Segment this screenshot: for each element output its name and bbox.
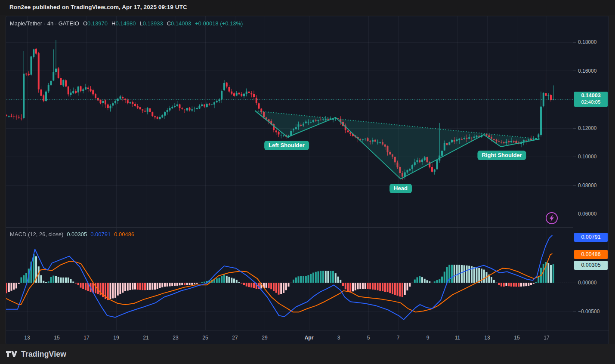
macd-hist-badge: 0.00305: [574, 261, 608, 270]
time-tick-label: 7: [397, 335, 400, 341]
price-tick-mark: [573, 71, 576, 71]
time-tick-label: 19: [113, 335, 119, 341]
price-axis[interactable]: 0.14003 02:40:05 0.00791 0.00486 0.00305…: [573, 16, 609, 330]
price-tick-label: 0.10000: [578, 154, 596, 160]
time-tick-label: 13: [24, 335, 30, 341]
macd-hist-value: 0.00305: [67, 231, 87, 238]
price-tick-mark: [573, 157, 576, 157]
price-tick-label: 0.18000: [578, 39, 596, 45]
macd-tick-mark: [573, 254, 576, 254]
pattern-label-head[interactable]: Head: [389, 184, 412, 193]
symbol-legend[interactable]: Maple/Tether · 4h · GATEIO O0.13970 H0.1…: [10, 20, 243, 27]
tradingview-logo-icon[interactable]: [6, 349, 17, 359]
symbol-title: Maple/Tether · 4h · GATEIO: [10, 20, 79, 27]
ohlc-close: C0.14003: [167, 20, 191, 27]
attribution-bar: Ron2ee published on TradingView.com, Apr…: [0, 0, 615, 15]
price-tick-label: 0.08000: [578, 182, 596, 188]
chart-widget: Maple/Tether · 4h · GATEIO O0.13970 H0.1…: [6, 16, 609, 344]
time-tick-label: 13: [484, 335, 490, 341]
attribution-text: Ron2ee published on TradingView.com, Apr…: [9, 4, 187, 10]
macd-signal-badge: 0.00486: [574, 250, 608, 259]
time-tick-label: 17: [83, 335, 89, 341]
page: Ron2ee published on TradingView.com, Apr…: [0, 0, 615, 364]
last-price-badge: 0.14003 02:40:05: [574, 92, 608, 107]
time-tick-label: 9: [426, 335, 430, 341]
macd-tick-mark: [573, 283, 576, 283]
price-chart-canvas[interactable]: [6, 16, 573, 227]
pattern-label-left-shoulder[interactable]: Left Shoulder: [264, 141, 309, 150]
macd-chart-canvas[interactable]: [6, 227, 573, 330]
ohlc-high: H0.14980: [111, 20, 136, 27]
ohlc-open: O0.13970: [83, 20, 108, 27]
price-tick-mark: [573, 185, 576, 186]
macd-tick-mark: [573, 312, 576, 312]
time-tick-label: 15: [54, 335, 59, 341]
macd-signal-value: 0.00486: [114, 231, 134, 238]
lightning-marker-button[interactable]: [546, 212, 558, 224]
footer-bar: TradingView: [0, 344, 615, 364]
time-tick-label: 27: [232, 335, 238, 341]
time-tick-label: 17: [544, 335, 549, 341]
price-tick-label: 0.12000: [578, 125, 596, 131]
ohlc-low: L0.13933: [139, 20, 163, 27]
macd-legend[interactable]: MACD (12, 26, close) 0.00305 0.00791 0.0…: [10, 231, 134, 238]
tradingview-brand-text[interactable]: TradingView: [21, 350, 66, 359]
macd-line-badge: 0.00791: [574, 233, 608, 242]
price-tick-label: 0.16000: [578, 68, 596, 74]
price-tick-label: 0.06000: [578, 211, 596, 217]
macd-line-value: 0.00791: [90, 231, 111, 238]
price-tick-mark: [573, 42, 576, 43]
time-tick-label: 25: [202, 335, 208, 341]
time-tick-label: 5: [367, 335, 370, 341]
lightning-icon: [549, 215, 555, 222]
time-tick-label: Apr: [305, 335, 314, 341]
pattern-label-right-shoulder[interactable]: Right Shoulder: [478, 151, 526, 160]
last-price-value: 0.14003: [574, 93, 608, 99]
time-tick-label: 3: [337, 335, 340, 341]
time-tick-label: 21: [143, 335, 148, 341]
macd-indicator-name: MACD (12, 26, close): [10, 231, 63, 238]
time-axis[interactable]: 131517192123252729Apr357911131517: [6, 330, 609, 344]
macd-tick-label: −0.00500: [578, 308, 600, 315]
time-tick-label: 29: [262, 335, 267, 341]
price-tick-mark: [573, 214, 576, 214]
macd-tick-label: 0.00000: [578, 280, 596, 286]
bar-countdown: 02:40:05: [574, 99, 608, 105]
price-tick-mark: [573, 128, 576, 129]
time-tick-label: 15: [514, 335, 519, 341]
time-tick-label: 11: [455, 335, 460, 341]
pane-separator[interactable]: [6, 227, 609, 228]
time-tick-label: 23: [173, 335, 178, 341]
price-change: +0.00018 (+0.13%): [195, 20, 243, 27]
